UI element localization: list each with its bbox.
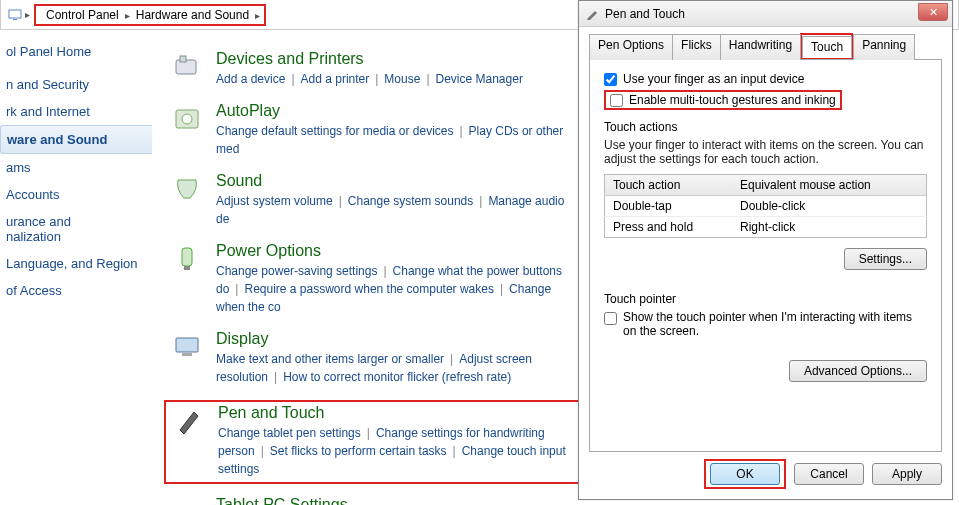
category: DisplayMake text and other items larger … [170,330,580,386]
svg-point-5 [182,114,192,124]
category-link[interactable]: Change power-saving settings [216,264,377,278]
category-title[interactable]: Pen and Touch [218,404,572,422]
category-title[interactable]: Devices and Printers [216,50,580,68]
category-title[interactable]: AutoPlay [216,102,580,120]
tab-pen-options[interactable]: Pen Options [589,34,673,60]
cb-use-finger[interactable] [604,73,617,86]
category-icon [170,172,204,206]
category-links: Make text and other items larger or smal… [216,350,580,386]
category-links: Add a device|Add a printer|Mouse|Device … [216,70,580,88]
tab-highlight: Touch [800,33,853,59]
touch-pointer-title: Touch pointer [604,292,927,306]
sidebar-home[interactable]: ol Panel Home [0,40,152,63]
breadcrumb-highlight: Control Panel Hardware and Sound [34,4,266,26]
sidebar-item-accounts[interactable]: Accounts [0,181,152,208]
touch-actions-desc: Use your finger to interact with items o… [604,138,927,166]
svg-rect-0 [9,10,21,18]
tab-content: Use your finger as an input device Enabl… [589,60,942,452]
svg-rect-1 [13,19,17,20]
touch-actions-table: Touch action Equivalent mouse action Dou… [604,174,927,238]
svg-rect-7 [184,266,190,270]
monitor-icon [7,7,23,23]
category: AutoPlayChange default settings for medi… [170,102,580,158]
dialog-footer: OK Cancel Apply [704,459,942,489]
tab-flicks[interactable]: Flicks [672,34,721,60]
touch-actions-title: Touch actions [604,120,927,134]
tab-touch[interactable]: Touch [802,36,852,58]
svg-rect-8 [176,338,198,352]
category: Power OptionsChange power-saving setting… [170,242,580,316]
cb-multitouch-highlight: Enable multi-touch gestures and inking [604,90,842,110]
dialog-tabs: Pen Options Flicks Handwriting Touch Pan… [589,33,942,60]
svg-rect-9 [182,353,192,356]
svg-rect-3 [180,56,186,62]
sidebar-item-access[interactable]: of Access [0,277,152,304]
category-title[interactable]: Display [216,330,580,348]
cb-touch-pointer[interactable] [604,312,617,325]
cb-touch-pointer-label: Show the touch pointer when I'm interact… [623,310,927,338]
cb-multitouch-label: Enable multi-touch gestures and inking [629,93,836,107]
table-row[interactable]: Double-tap Double-click [605,196,927,217]
breadcrumb-hardware-sound[interactable]: Hardware and Sound [130,6,255,24]
category-icon [170,102,204,136]
category-links: Change default settings for media or dev… [216,122,580,158]
sidebar-item-language[interactable]: Language, and Region [0,250,152,277]
sidebar: ol Panel Home n and Security rk and Inte… [0,30,160,314]
cb-use-finger-label: Use your finger as an input device [623,72,804,86]
category-link[interactable]: Adjust system volume [216,194,333,208]
category-links: Change tablet pen settings|Change settin… [218,424,572,478]
chevron-right-icon [255,8,260,22]
category-links: Change power-saving settings|Change what… [216,262,580,316]
category-link[interactable]: Change system sounds [348,194,473,208]
chevron-right-icon [25,7,30,23]
sidebar-item-appearance[interactable]: urance and nalization [0,208,152,250]
table-row[interactable]: Press and hold Right-click [605,217,927,238]
category-link[interactable]: Change default settings for media or dev… [216,124,453,138]
sidebar-item-hardware-sound[interactable]: ware and Sound [0,125,152,154]
category: Devices and PrintersAdd a device|Add a p… [170,50,580,88]
category-icon [170,242,204,276]
category-title[interactable]: Sound [216,172,580,190]
category-link[interactable]: Mouse [384,72,420,86]
category: SoundAdjust system volume|Change system … [170,172,580,228]
category-link[interactable]: Add a printer [301,72,370,86]
category-title[interactable]: Tablet PC Settings [216,496,580,505]
sidebar-item-programs[interactable]: ams [0,154,152,181]
category-links: Adjust system volume|Change system sound… [216,192,580,228]
table-col-action: Touch action [605,175,733,196]
category-link[interactable]: How to correct monitor flicker (refresh … [283,370,511,384]
pen-touch-dialog: Pen and Touch ✕ Pen Options Flicks Handw… [578,0,953,500]
category-link[interactable]: Change tablet pen settings [218,426,361,440]
category-link[interactable]: Require a password when the computer wak… [244,282,493,296]
sidebar-item-security[interactable]: n and Security [0,71,152,98]
sidebar-item-network[interactable]: rk and Internet [0,98,152,125]
category-link[interactable]: Add a device [216,72,285,86]
category: Tablet PC SettingsCalibrate the screen f… [170,496,580,505]
ok-button[interactable]: OK [710,463,780,485]
category: Pen and TouchChange tablet pen settings|… [172,404,572,478]
breadcrumb-control-panel[interactable]: Control Panel [40,6,125,24]
main-content: Devices and PrintersAdd a device|Add a p… [170,50,580,505]
table-col-mouse: Equivalent mouse action [732,175,926,196]
cancel-button[interactable]: Cancel [794,463,864,485]
settings-button[interactable]: Settings... [844,248,927,270]
dialog-titlebar[interactable]: Pen and Touch ✕ [579,1,952,27]
ok-highlight: OK [704,459,786,489]
category-icon [172,404,206,438]
category-link[interactable]: Device Manager [436,72,523,86]
category-icon [170,496,204,505]
category-link[interactable]: Make text and other items larger or smal… [216,352,444,366]
cb-multitouch[interactable] [610,94,623,107]
category-icon [170,330,204,364]
nav-icons [7,7,30,23]
dialog-title: Pen and Touch [605,7,685,21]
category-link[interactable]: Set flicks to perform certain tasks [270,444,447,458]
advanced-options-button[interactable]: Advanced Options... [789,360,927,382]
close-button[interactable]: ✕ [918,3,948,21]
apply-button[interactable]: Apply [872,463,942,485]
category-title[interactable]: Power Options [216,242,580,260]
svg-rect-6 [182,248,192,266]
category-icon [170,50,204,84]
tab-panning[interactable]: Panning [853,34,915,60]
tab-handwriting[interactable]: Handwriting [720,34,801,60]
